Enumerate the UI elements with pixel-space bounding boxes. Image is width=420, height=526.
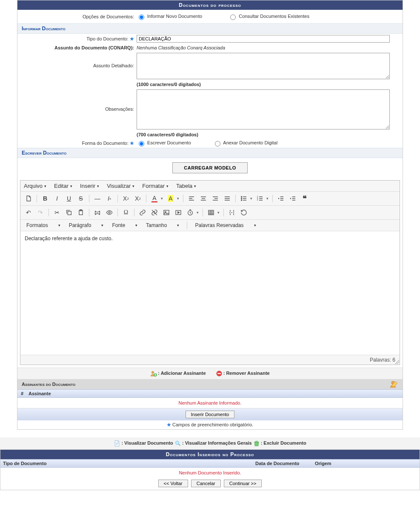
align-left-icon[interactable] — [186, 193, 197, 204]
align-justify-icon[interactable] — [222, 193, 233, 204]
menu-insert[interactable]: Inserir ▾ — [80, 183, 99, 189]
add-signer-legend: : Adicionar Assinante — [150, 371, 207, 376]
continue-button[interactable]: Continuar >> — [224, 480, 262, 487]
back-button[interactable]: << Voltar — [158, 480, 188, 487]
bg-color-icon[interactable]: A — [165, 193, 176, 204]
text-color-dd[interactable]: ▾ — [161, 196, 164, 201]
ol-dd[interactable]: ▾ — [266, 196, 270, 201]
radio-attach[interactable] — [215, 141, 220, 147]
assunto-counter: (1000 caracteres/0 digitados) — [137, 82, 390, 87]
text-color-icon[interactable]: A — [149, 193, 160, 204]
editor-menubar: Arquivo ▾ Editar ▾ Inserir ▾ Visualizar … — [20, 181, 400, 192]
editor-toolbar-1: B I U S — Ix X2 X2 A ▾ A ▾ ▾ 123 ▾ — [20, 192, 400, 206]
undo-icon[interactable]: ↶ — [23, 207, 34, 218]
italic-icon[interactable]: I — [51, 193, 63, 204]
reserved-select[interactable]: Palavras Reservadas▾ — [192, 221, 258, 229]
required-star: ★ — [130, 141, 134, 146]
ul-icon[interactable] — [238, 193, 249, 204]
radio-consult[interactable] — [230, 14, 236, 20]
resize-grip-icon[interactable] — [395, 360, 399, 364]
load-model-button[interactable]: CARREGAR MODELO — [172, 162, 247, 173]
align-right-icon[interactable] — [210, 193, 221, 204]
svg-rect-10 — [164, 210, 169, 215]
magnifier-icon — [174, 440, 181, 447]
editor-statusbar: Palavras: 6 — [20, 355, 400, 365]
insert-doc-button[interactable]: Inserir Documento — [186, 411, 235, 418]
radio-inform[interactable] — [139, 14, 144, 20]
table-icon[interactable] — [206, 207, 217, 218]
menu-view[interactable]: Visualizar ▾ — [107, 183, 134, 189]
size-select[interactable]: Tamanho▾ — [143, 221, 182, 229]
paragraph-select[interactable]: Parágrafo▾ — [66, 221, 106, 229]
radio-inform-label[interactable]: Informar Novo Documento — [137, 14, 203, 19]
ul-dd[interactable]: ▾ — [250, 196, 254, 201]
strike-icon[interactable]: S — [75, 193, 86, 204]
svg-point-0 — [241, 196, 242, 197]
cut-icon[interactable]: ✂ — [51, 207, 63, 218]
row-conarq: Assunto do Documento (CONARQ): Nenhuma C… — [17, 44, 403, 52]
col-date: Data de Documento — [255, 461, 315, 466]
ol-icon[interactable]: 123 — [254, 193, 266, 204]
radio-consult-label[interactable]: Consultar Documentos Existentes — [228, 14, 309, 19]
tipo-input[interactable] — [137, 35, 390, 43]
font-select[interactable]: Fonte▾ — [109, 221, 140, 229]
clear-format-icon[interactable]: Ix — [104, 193, 115, 204]
editor-content[interactable]: Declaração referente a ajuda de custo. — [20, 231, 400, 355]
radio-write-label[interactable]: Escrever Documento — [137, 140, 192, 145]
paste-icon[interactable] — [75, 207, 86, 218]
menu-table[interactable]: Tabela ▾ — [176, 183, 196, 189]
image-icon[interactable] — [161, 207, 172, 218]
view-doc-legend: : Visualizar Documento — [114, 440, 174, 446]
load-model-row: CARREGAR MODELO — [17, 158, 403, 178]
hr-icon[interactable]: — — [92, 193, 103, 204]
editor-format-bar: Formatos▾ Parágrafo▾ Fonte▾ Tamanho▾ Pal… — [20, 220, 400, 231]
signers-section-title: Assinantes do Documento — [17, 379, 403, 389]
unlink-icon[interactable] — [149, 207, 160, 218]
indent-icon[interactable] — [287, 193, 298, 204]
formats-select[interactable]: Formatos▾ — [24, 221, 63, 229]
radio-write[interactable] — [139, 141, 144, 147]
radio-attach-label[interactable]: Anexar Documento Digital — [213, 140, 277, 145]
datetime-dd[interactable]: ▾ — [197, 210, 200, 215]
new-doc-icon[interactable] — [23, 193, 34, 204]
preview-icon[interactable] — [104, 207, 115, 218]
inserted-empty: Nenhum Documento Inserido. — [0, 468, 420, 478]
menu-edit[interactable]: Editar ▾ — [54, 183, 72, 189]
copy-icon[interactable] — [63, 207, 74, 218]
media-icon[interactable] — [173, 207, 184, 218]
forma-label: Forma do Documento: — [82, 141, 129, 146]
obs-textarea[interactable] — [137, 89, 390, 129]
menu-file[interactable]: Arquivo ▾ — [24, 183, 46, 189]
doc-legend: : Visualizar Documento : Visualizar Info… — [0, 437, 420, 449]
pagebreak-icon[interactable] — [226, 207, 237, 218]
remove-signer-legend: : Remover Assinante — [216, 371, 270, 376]
assunto-label: Assunto Detalhado: — [17, 53, 137, 68]
svg-point-20 — [176, 441, 179, 445]
row-obs: Observações: (700 caracteres/0 digitados… — [17, 88, 403, 138]
link-icon[interactable] — [137, 207, 148, 218]
outdent-icon[interactable] — [275, 193, 286, 204]
radio-write-text: Escrever Documento — [147, 140, 191, 145]
add-signer-button[interactable] — [390, 380, 398, 389]
menu-format[interactable]: Formatar ▾ — [142, 183, 169, 189]
redo-icon[interactable]: ↷ — [35, 207, 46, 218]
align-center-icon[interactable] — [198, 193, 209, 204]
cancel-button[interactable]: Cancelar — [191, 480, 221, 487]
main-panel: Documentos do processo Opções de Documen… — [17, 0, 403, 430]
restore-icon[interactable] — [238, 207, 249, 218]
inserted-table-head: Tipo de Documento Data de Documento Orig… — [0, 459, 420, 468]
underline-icon[interactable]: U — [63, 193, 74, 204]
tipo-label: Tipo do Documento: — [86, 36, 129, 41]
assunto-textarea[interactable] — [137, 53, 390, 79]
bg-color-dd[interactable]: ▾ — [177, 196, 180, 201]
omega-icon[interactable]: Ω — [120, 207, 131, 218]
find-icon[interactable] — [92, 207, 103, 218]
datetime-icon[interactable] — [185, 207, 196, 218]
document-icon — [114, 440, 120, 447]
table-dd[interactable]: ▾ — [217, 210, 221, 215]
bold-icon[interactable]: B — [40, 193, 51, 204]
blockquote-icon[interactable]: ❝ — [299, 193, 310, 204]
subscript-icon[interactable]: X2 — [120, 193, 131, 204]
superscript-icon[interactable]: X2 — [132, 193, 143, 204]
add-user-icon — [150, 370, 157, 377]
